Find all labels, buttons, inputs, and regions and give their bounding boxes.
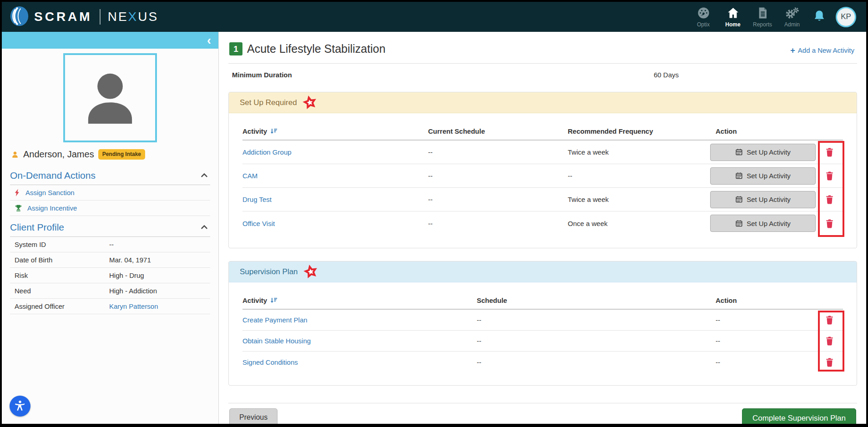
- set-up-activity-button[interactable]: Set Up Activity: [710, 215, 816, 232]
- scram-orb-icon: [9, 5, 30, 29]
- accessibility-button[interactable]: [10, 396, 30, 417]
- add-link-label: Add a New Activity: [798, 46, 854, 54]
- recommended-frequency-column-header: Recommended Frequency: [568, 127, 710, 135]
- activity-link[interactable]: Addiction Group: [242, 148, 428, 156]
- schedule-column-header: Schedule: [477, 296, 716, 304]
- profile-label: Assigned Officer: [15, 302, 109, 310]
- action-column-header: Action: [710, 127, 816, 135]
- activity-link[interactable]: Signed Conditions: [242, 358, 477, 366]
- page-title: Acute Lifestyle Stabilization: [247, 42, 385, 55]
- setup-required-body: Activity Current Schedule Recommended Fr…: [229, 113, 857, 248]
- activity-link[interactable]: Obtain Stable Housing: [242, 337, 477, 345]
- gears-icon: [785, 6, 800, 21]
- activity-link[interactable]: CAM: [242, 172, 428, 180]
- profile-label: Risk: [15, 271, 109, 279]
- sort-icon: [270, 128, 278, 135]
- sort-icon: [270, 297, 278, 304]
- profile-row-assigned-officer: Assigned Officer Karyn Patterson: [10, 299, 210, 314]
- nav-item-label: Reports: [753, 21, 772, 28]
- delete-activity-button[interactable]: [816, 315, 843, 325]
- client-profile-heading[interactable]: Client Profile: [10, 218, 210, 237]
- chevron-up-icon: [200, 171, 208, 180]
- on-demand-actions-heading[interactable]: On-Demand Actions: [10, 166, 210, 185]
- notifications-bell-icon[interactable]: [812, 9, 826, 25]
- delete-activity-button[interactable]: [816, 219, 843, 228]
- panel-title: Set Up Required: [240, 98, 297, 107]
- calendar-icon: [735, 172, 743, 180]
- nav-item-admin[interactable]: Admin: [781, 6, 803, 28]
- column-label: Activity: [242, 127, 267, 135]
- nav-item-home[interactable]: Home: [722, 6, 744, 28]
- client-name: Anderson, James: [23, 149, 94, 160]
- table-row: Addiction Group -- Twice a week: [242, 141, 843, 164]
- gauge-icon: [696, 6, 711, 21]
- report-document-icon: [756, 6, 769, 21]
- current-schedule-cell: --: [428, 172, 568, 180]
- brand-divider: [100, 9, 101, 25]
- button-label: Set Up Activity: [747, 148, 791, 156]
- minimum-duration-row: Minimum Duration 60 Days: [228, 64, 857, 85]
- action-cell: --: [716, 316, 816, 324]
- set-up-activity-button[interactable]: Set Up Activity: [710, 167, 816, 185]
- setup-required-header: Set Up Required: [229, 92, 857, 113]
- red-star-annotation-icon: [302, 263, 319, 282]
- supervision-plan-panel: Supervision Plan Activity: [228, 261, 857, 386]
- set-up-activity-button[interactable]: Set Up Activity: [710, 191, 816, 208]
- schedule-cell: --: [477, 316, 716, 324]
- delete-activity-button[interactable]: [816, 147, 843, 157]
- delete-activity-button[interactable]: [816, 195, 843, 204]
- activity-column-header[interactable]: Activity: [242, 127, 428, 135]
- profile-row-risk: Risk High - Drug: [10, 268, 210, 283]
- delete-activity-button[interactable]: [816, 171, 843, 181]
- brand-logo[interactable]: SCRAM NEXUS: [9, 5, 158, 29]
- supervision-plan-table-header: Activity Schedule Action: [242, 291, 843, 310]
- nav-item-label: Optix: [697, 21, 710, 28]
- sidebar-collapse-icon[interactable]: ‹: [207, 36, 211, 45]
- activity-link[interactable]: Drug Test: [242, 196, 428, 203]
- schedule-cell: --: [477, 358, 716, 366]
- activity-link[interactable]: Create Payment Plan: [242, 316, 477, 324]
- assign-sanction-link[interactable]: Assign Sanction: [10, 185, 210, 201]
- footer-actions: Previous Complete Supervision Plan: [228, 403, 857, 427]
- activity-column-header[interactable]: Activity: [242, 296, 477, 304]
- previous-button[interactable]: Previous: [229, 408, 278, 427]
- complete-supervision-plan-button[interactable]: Complete Supervision Plan: [742, 408, 856, 427]
- profile-row-dob: Date of Birth Mar. 04, 1971: [10, 252, 210, 268]
- nav-item-label: Home: [725, 21, 740, 28]
- trash-icon: [825, 336, 834, 346]
- current-schedule-column-header: Current Schedule: [428, 127, 568, 135]
- minimum-duration-label: Minimum Duration: [228, 71, 292, 79]
- add-new-activity-link[interactable]: + Add a New Activity: [790, 46, 854, 54]
- setup-required-table-header: Activity Current Schedule Recommended Fr…: [242, 122, 843, 141]
- trash-icon: [825, 147, 834, 157]
- avatar-initials: KP: [841, 12, 851, 21]
- current-schedule-cell: --: [428, 148, 568, 156]
- main-content: 1 Acute Lifestyle Stabilization + Add a …: [219, 32, 866, 424]
- button-label: Set Up Activity: [747, 172, 791, 180]
- profile-row-system-id: System ID --: [10, 237, 210, 252]
- minimum-duration-value: 60 Days: [654, 71, 679, 79]
- accessibility-icon: [13, 399, 27, 413]
- profile-label: System ID: [15, 241, 109, 248]
- brand-scram-text: SCRAM: [34, 10, 92, 24]
- assign-incentive-link[interactable]: Assign Incentive: [10, 201, 210, 216]
- client-name-row: Anderson, James Pending Intake: [2, 142, 218, 164]
- nav-item-reports[interactable]: Reports: [752, 6, 773, 28]
- profile-value: High - Addiction: [109, 287, 157, 295]
- delete-activity-button[interactable]: [816, 357, 843, 367]
- activity-link[interactable]: Office Visit: [242, 220, 428, 227]
- recommended-frequency-cell: Twice a week: [568, 148, 710, 156]
- profile-row-need: Need High - Addiction: [10, 283, 210, 299]
- column-label: Activity: [242, 296, 267, 304]
- schedule-cell: --: [477, 337, 716, 345]
- set-up-activity-button[interactable]: Set Up Activity: [710, 144, 816, 161]
- phase-number-badge: 1: [229, 42, 242, 55]
- lightning-bolt-icon: [15, 189, 20, 196]
- user-avatar[interactable]: KP: [836, 7, 856, 27]
- delete-activity-button[interactable]: [816, 336, 843, 346]
- nav-item-optix[interactable]: Optix: [692, 6, 714, 28]
- client-profile-section: Client Profile System ID -- Date of Birt…: [2, 216, 218, 314]
- assigned-officer-link[interactable]: Karyn Patterson: [109, 302, 158, 310]
- plus-icon: +: [790, 47, 795, 54]
- red-star-annotation-icon: [301, 94, 318, 113]
